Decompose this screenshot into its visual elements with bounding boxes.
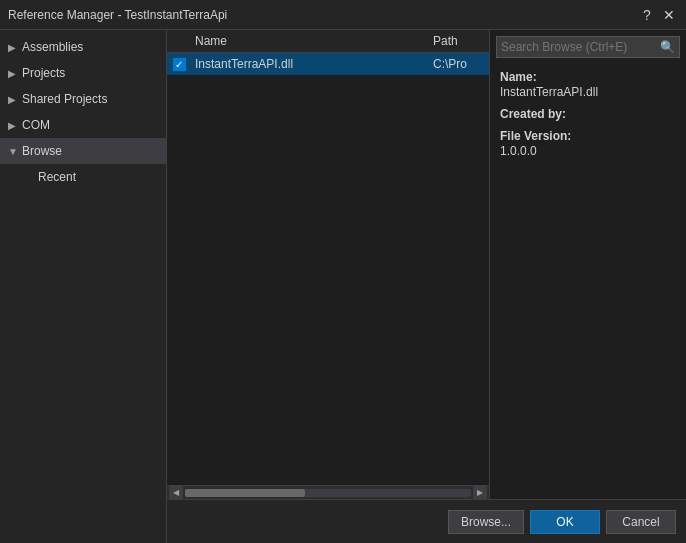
sidebar-item-com[interactable]: ▶ COM xyxy=(0,112,166,138)
created-by-label: Created by: xyxy=(500,107,676,121)
name-value: InstantTerraAPI.dll xyxy=(500,85,676,99)
scroll-right-button[interactable]: ▶ xyxy=(473,486,487,500)
sidebar-item-assemblies[interactable]: ▶ Assemblies xyxy=(0,34,166,60)
col-check-header xyxy=(167,34,191,48)
arrow-icon: ▶ xyxy=(8,94,22,105)
sidebar-item-label: Projects xyxy=(22,66,65,80)
scroll-track[interactable] xyxy=(185,489,471,497)
sidebar-item-label: Recent xyxy=(38,170,76,184)
sidebar-item-recent[interactable]: Recent xyxy=(0,164,166,190)
sidebar-item-label: Browse xyxy=(22,144,62,158)
arrow-icon: ▶ xyxy=(8,120,22,131)
col-name-header: Name xyxy=(191,34,429,48)
table-row[interactable]: ✓ InstantTerraAPI.dll C:\Pro xyxy=(167,53,489,75)
scroll-left-button[interactable]: ◀ xyxy=(169,486,183,500)
ok-button[interactable]: OK xyxy=(530,510,600,534)
sidebar-item-label: Shared Projects xyxy=(22,92,107,106)
main-content: Name Path ✓ InstantTerraAPI.dll C:\Pro xyxy=(167,30,686,499)
footer: Browse... OK Cancel xyxy=(167,499,686,543)
content-area: Name Path ✓ InstantTerraAPI.dll C:\Pro xyxy=(167,30,686,543)
cancel-button[interactable]: Cancel xyxy=(606,510,676,534)
browse-button[interactable]: Browse... xyxy=(448,510,524,534)
title-bar: Reference Manager - TestInstantTerraApi … xyxy=(0,0,686,30)
sidebar: ▶ Assemblies ▶ Projects ▶ Shared Project… xyxy=(0,30,167,543)
window-title: Reference Manager - TestInstantTerraApi xyxy=(8,8,227,22)
file-version-label: File Version: xyxy=(500,129,676,143)
col-path-header: Path xyxy=(429,34,489,48)
table-area: Name Path ✓ InstantTerraAPI.dll C:\Pro xyxy=(167,30,490,499)
table-header: Name Path xyxy=(167,30,489,53)
help-button[interactable]: ? xyxy=(638,6,656,24)
file-version-value: 1.0.0.0 xyxy=(500,144,676,158)
info-content: Name: InstantTerraAPI.dll Created by: Fi… xyxy=(490,62,686,174)
search-bar[interactable]: 🔍 xyxy=(496,36,680,58)
horizontal-scrollbar[interactable]: ◀ ▶ xyxy=(167,485,489,499)
sidebar-item-label: Assemblies xyxy=(22,40,83,54)
dialog-body: ▶ Assemblies ▶ Projects ▶ Shared Project… xyxy=(0,30,686,543)
row-checkbox[interactable]: ✓ xyxy=(167,58,191,71)
sidebar-item-shared-projects[interactable]: ▶ Shared Projects xyxy=(0,86,166,112)
table-body[interactable]: ✓ InstantTerraAPI.dll C:\Pro xyxy=(167,53,489,485)
row-name: InstantTerraAPI.dll xyxy=(191,57,429,71)
check-icon: ✓ xyxy=(173,58,186,71)
close-button[interactable]: ✕ xyxy=(660,6,678,24)
search-icon[interactable]: 🔍 xyxy=(660,40,675,54)
row-path: C:\Pro xyxy=(429,57,489,71)
sidebar-item-label: COM xyxy=(22,118,50,132)
arrow-icon: ▶ xyxy=(8,42,22,53)
search-input[interactable] xyxy=(501,40,660,54)
arrow-icon: ▼ xyxy=(8,146,22,157)
title-controls: ? ✕ xyxy=(638,6,678,24)
scroll-thumb[interactable] xyxy=(185,489,305,497)
sidebar-item-browse[interactable]: ▼ Browse xyxy=(0,138,166,164)
name-label: Name: xyxy=(500,70,676,84)
sidebar-item-projects[interactable]: ▶ Projects xyxy=(0,60,166,86)
arrow-icon: ▶ xyxy=(8,68,22,79)
info-panel: 🔍 Name: InstantTerraAPI.dll Created by: … xyxy=(490,30,686,499)
